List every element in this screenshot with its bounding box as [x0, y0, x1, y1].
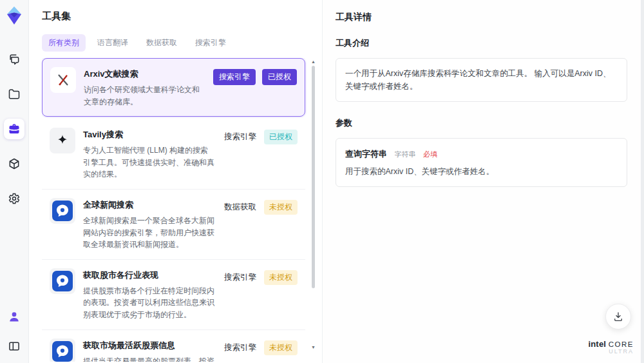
- list-scrollbar[interactable]: ▲ ▼: [311, 59, 316, 359]
- tool-card[interactable]: 全球新闻搜索 全球新闻搜索是一个聚合全球各大新闻网站内容的搜索引擎，帮助用户快速…: [42, 190, 305, 260]
- tool-list: Arxiv文献搜索 访问各个研究领域大量科学论文和文章的存储库。 搜索引擎 已授…: [42, 58, 322, 362]
- params-heading: 参数: [336, 117, 627, 129]
- scroll-up-arrow[interactable]: ▲: [311, 59, 316, 64]
- blue-chat-app-icon: [50, 338, 75, 362]
- tool-list-panel: 工具集 所有类别语言翻译数据获取搜索引擎 Arxiv文献搜索 访问各个研究领域大…: [29, 0, 322, 363]
- parameter-header: 查询字符串 字符串 必填: [345, 148, 618, 160]
- tool-title: Arxiv文献搜索: [84, 68, 205, 80]
- ultra-brand-text: Ultra: [588, 349, 634, 355]
- tool-intro-text: 一个用于从Arxiv存储库搜索科学论文和文章的工具。 输入可以是Arxiv ID…: [336, 58, 627, 102]
- tool-auth-status-badge: 未授权: [264, 270, 298, 285]
- chat-nav-icon[interactable]: [4, 49, 24, 70]
- tool-category-badge: 数据获取: [223, 200, 258, 215]
- tool-category-badge: 搜索引擎: [213, 69, 256, 85]
- parameter-name: 查询字符串: [345, 149, 387, 159]
- tool-description: 全球新闻搜索是一个聚合全球各大新闻网站内容的搜索引擎，帮助用户快速获取全球最新资…: [83, 215, 215, 251]
- collapse-sidebar-icon[interactable]: [4, 336, 24, 357]
- tool-auth-status-badge: 未授权: [264, 340, 298, 355]
- window-scrollbar[interactable]: [641, 0, 644, 363]
- blue-chat-app-icon: [50, 268, 75, 294]
- scrollbar-thumb[interactable]: [312, 66, 315, 288]
- tool-card[interactable]: 获取市场最活跃股票信息 提供当天交易量最高的股票列表，投资者可以利用这些信息来识…: [42, 330, 305, 362]
- intro-heading: 工具介绍: [336, 37, 627, 49]
- download-button[interactable]: [605, 304, 631, 329]
- left-rail: [0, 0, 29, 363]
- tool-category-badge: 搜索引擎: [223, 130, 258, 144]
- tool-description: 访问各个研究领域大量科学论文和文章的存储库。: [84, 84, 205, 108]
- tool-title: 获取市场最活跃股票信息: [83, 340, 215, 351]
- tool-card[interactable]: Tavily搜索 专为人工智能代理 (LLM) 构建的搜索引擎工具。可快速提供实…: [42, 119, 305, 190]
- tool-description: 提供当天交易量最高的股票列表，投资者可以利用这些信息来识别流动性强的股票和潜在的…: [83, 355, 215, 362]
- settings-gear-icon[interactable]: [4, 188, 24, 209]
- tool-title: 全球新闻搜索: [83, 199, 215, 211]
- required-badge: 必填: [423, 150, 437, 158]
- folder-nav-icon[interactable]: [4, 84, 24, 104]
- parameter-card: 查询字符串 字符串 必填 用于搜索的Arxiv ID、关键字或作者姓名。: [336, 138, 627, 187]
- category-tabs: 所有类别语言翻译数据获取搜索引擎: [42, 34, 322, 52]
- parameter-type: 字符串: [394, 150, 415, 158]
- tool-auth-status-badge: 已授权: [264, 130, 298, 144]
- tool-category-badge: 搜索引擎: [223, 270, 258, 285]
- tool-category-badge: 搜索引擎: [223, 340, 258, 355]
- app-window: 工具集 所有类别语言翻译数据获取搜索引擎 Arxiv文献搜索 访问各个研究领域大…: [0, 0, 644, 363]
- category-tab[interactable]: 所有类别: [42, 34, 86, 52]
- category-tab[interactable]: 语言翻译: [91, 34, 135, 52]
- tool-auth-status-badge: 未授权: [264, 200, 298, 215]
- page-title: 工具集: [42, 10, 322, 23]
- tool-title: Tavily搜索: [83, 129, 215, 141]
- tool-auth-status-badge: 已授权: [262, 69, 297, 85]
- scroll-down-arrow[interactable]: ▼: [311, 345, 316, 350]
- tool-detail-panel: 工具详情 工具介绍 一个用于从Arxiv存储库搜索科学论文和文章的工具。 输入可…: [322, 0, 644, 363]
- parameter-description: 用于搜索的Arxiv ID、关键字或作者姓名。: [345, 166, 618, 177]
- category-tab[interactable]: 数据获取: [140, 34, 184, 52]
- user-avatar-icon[interactable]: [4, 306, 24, 327]
- app-logo-icon[interactable]: [4, 5, 24, 26]
- detail-title: 工具详情: [336, 12, 627, 23]
- tool-card[interactable]: Arxiv文献搜索 访问各个研究领域大量科学论文和文章的存储库。 搜索引擎 已授…: [42, 58, 305, 117]
- tool-card[interactable]: 获取股市各行业表现 提供股票市场各个行业在特定时间段内的表现。投资者可以利用这些…: [42, 260, 305, 330]
- category-tab[interactable]: 搜索引擎: [189, 34, 232, 52]
- intel-core-logo: intel core Ultra: [588, 340, 634, 355]
- sparkle-icon: [50, 128, 75, 153]
- arxiv-logo-icon: [50, 67, 76, 93]
- blue-chat-app-icon: [50, 198, 75, 224]
- intel-brand-text: intel: [588, 339, 606, 349]
- tool-description: 专为人工智能代理 (LLM) 构建的搜索引擎工具。可快速提供实时、准确和真实的结…: [83, 144, 215, 181]
- tool-description: 提供股票市场各个行业在特定时间段内的表现。投资者可以利用这些信息来识别表现优于或…: [83, 285, 215, 321]
- core-brand-text: core: [609, 340, 634, 348]
- tools-nav-icon[interactable]: [4, 119, 24, 139]
- package-nav-icon[interactable]: [4, 153, 24, 174]
- tool-title: 获取股市各行业表现: [83, 270, 215, 281]
